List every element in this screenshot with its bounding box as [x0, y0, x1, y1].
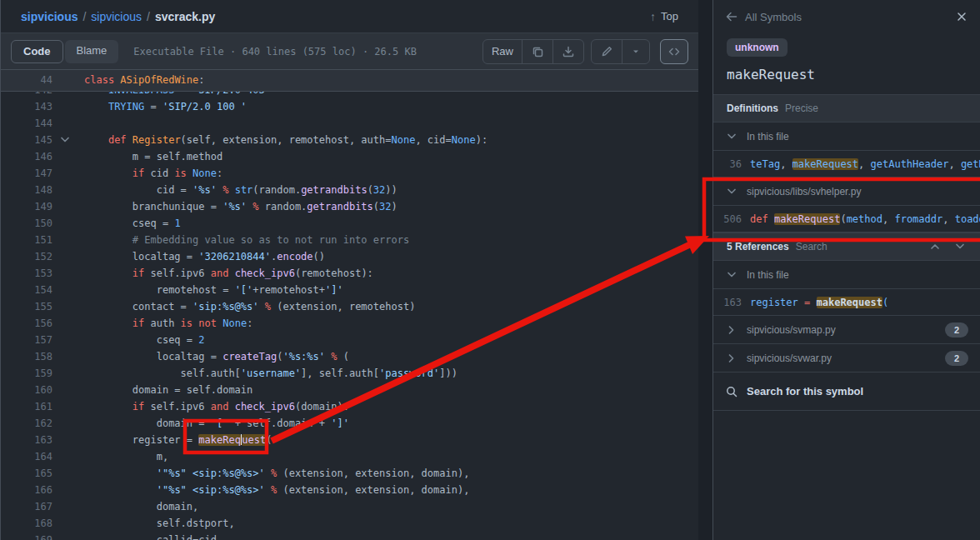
copy-button[interactable]	[522, 40, 552, 63]
download-button[interactable]	[552, 40, 583, 63]
breadcrumb-separator: /	[82, 10, 86, 23]
code-line-142[interactable]: 142 INVALIDPASS = 'SIP/2.0 403 '	[1, 92, 698, 98]
reference-item-line-163[interactable]: 163register = makeRequest(	[713, 289, 980, 316]
tab-blame[interactable]: Blame	[65, 40, 119, 63]
code-line-151[interactable]: 151 # Embedding value so as to not run i…	[1, 232, 698, 248]
line-number[interactable]: 142	[1, 92, 52, 98]
code-line-167[interactable]: 167 domain,	[1, 498, 698, 515]
code-text: contact = 'sip:%s@%s' % (extension, remo…	[78, 298, 415, 315]
tab-code[interactable]: Code	[11, 40, 63, 63]
line-number[interactable]: 165	[1, 465, 52, 482]
code-token: (extension, extension, domain),	[277, 468, 469, 479]
code-token	[798, 297, 804, 308]
code-line-143[interactable]: 143 TRYING = 'SIP/2.0 100 '	[1, 98, 698, 115]
code-line-163[interactable]: 163 register = makeRequest(	[1, 432, 698, 448]
code-token	[84, 318, 132, 329]
code-line-144[interactable]: 144	[1, 115, 698, 132]
line-number[interactable]: 159	[1, 365, 52, 382]
sticky-scope-line[interactable]: 44class ASipOfRedWine:	[1, 70, 698, 92]
reference-group-sipvicious-svwar-py[interactable]: sipvicious/svwar.py2	[713, 344, 980, 372]
code-token: contact =	[84, 301, 192, 312]
line-number[interactable]: 44	[1, 70, 52, 91]
code-line-162[interactable]: 162 domain = '[' + self.domain + ']'	[1, 415, 698, 432]
line-number[interactable]: 166	[1, 482, 52, 498]
code-line-154[interactable]: 154 remotehost = '['+remotehost+']'	[1, 282, 698, 298]
code-line-169[interactable]: 169 callid=cid	[1, 532, 698, 540]
code-line-168[interactable]: 168 self.dstport,	[1, 515, 698, 532]
code-line-156[interactable]: 156 if auth is not None:	[1, 315, 698, 332]
line-number[interactable]: 162	[1, 415, 52, 432]
line-number[interactable]: 146	[1, 148, 52, 165]
code-line-152[interactable]: 152 localtag = '3206210844'.encode()	[1, 248, 698, 265]
code-line-147[interactable]: 147 if cid is None:	[1, 165, 698, 182]
code-line-159[interactable]: 159 self.auth['username'], self.auth['pa…	[1, 365, 698, 382]
line-number[interactable]: 168	[1, 515, 52, 532]
code-token: if	[132, 401, 144, 412]
breadcrumb-folder-link[interactable]: sipvicious	[91, 10, 142, 23]
code-line-146[interactable]: 146 m = self.method	[1, 148, 698, 165]
back-to-top-button[interactable]: ↑ Top	[643, 7, 685, 27]
code-text: '"%s" <sip:%s@%s>' % (extension, extensi…	[78, 482, 469, 498]
line-number[interactable]: 149	[1, 198, 52, 215]
symbols-panel-toggle-button[interactable]	[660, 39, 688, 64]
code-token: ']'	[325, 284, 343, 296]
edit-button[interactable]	[592, 40, 622, 63]
reference-group-in-this-file[interactable]: In this file	[713, 261, 980, 289]
code-line-155[interactable]: 155 contact = 'sip:%s@%s' % (extension, …	[1, 298, 698, 315]
line-number[interactable]: 150	[1, 215, 52, 232]
definition-item-line-506[interactable]: 506def makeRequest(method, fromaddr, toa…	[713, 206, 980, 232]
definition-group-sipvicious-libs-svhelper-py[interactable]: sipvicious/libs/svhelper.py	[713, 178, 980, 206]
line-number[interactable]: 160	[1, 382, 52, 398]
breadcrumb-repo-link[interactable]: sipvicious	[21, 10, 78, 23]
definition-item-line-36[interactable]: 36teTag, makeRequest, getAuthHeader, get…	[713, 151, 980, 178]
reference-group-sipvicious-svmap-py[interactable]: sipvicious/svmap.py2	[713, 316, 980, 344]
edit-menu-button[interactable]	[622, 40, 649, 63]
code-line-161[interactable]: 161 if self.ipv6 and check_ipv6(domain):	[1, 398, 698, 415]
code-editor[interactable]: 44class ASipOfRedWine: 142 INVALIDPASS =…	[1, 70, 698, 540]
code-token: (random.	[252, 184, 301, 196]
line-number[interactable]: 164	[1, 448, 52, 465]
reference-count-badge: 2	[945, 322, 968, 338]
code-line-165[interactable]: 165 '"%s" <sip:%s@%s>' % (extension, ext…	[1, 465, 698, 482]
line-number[interactable]: 144	[1, 115, 52, 132]
line-number[interactable]: 157	[1, 332, 52, 348]
previous-reference-button[interactable]	[928, 240, 942, 253]
raw-button[interactable]: Raw	[483, 40, 522, 63]
next-reference-button[interactable]	[953, 240, 967, 253]
line-number[interactable]: 169	[1, 532, 52, 540]
line-number[interactable]: 163	[1, 432, 52, 448]
code-line-166[interactable]: 166 '"%s" <sip:%s@%s>' % (extension, ext…	[1, 482, 698, 498]
line-number[interactable]: 156	[1, 315, 52, 332]
line-number[interactable]: 147	[1, 165, 52, 182]
code-line-148[interactable]: 148 cid = '%s' % str(random.getrandbits(…	[1, 182, 698, 198]
definition-group-in-this-file[interactable]: In this file	[713, 122, 980, 151]
line-number[interactable]: 145	[1, 132, 52, 148]
gutter-spacer	[52, 115, 78, 132]
definitions-bar: Definitions Precise	[713, 94, 980, 122]
code-line-164[interactable]: 164 m,	[1, 448, 698, 465]
close-panel-button[interactable]	[955, 10, 968, 23]
search-this-symbol-button[interactable]: Search for this symbol	[713, 372, 980, 411]
line-number[interactable]: 151	[1, 232, 52, 248]
code-text: self.dstport,	[78, 515, 235, 532]
line-number[interactable]: 167	[1, 498, 52, 515]
collapse-chevron-icon[interactable]	[52, 132, 78, 148]
code-line-149[interactable]: 149 branchunique = '%s' % random.getrand…	[1, 198, 698, 215]
code-line-157[interactable]: 157 cseq = 2	[1, 332, 698, 348]
line-number[interactable]: 155	[1, 298, 52, 315]
code-line-145[interactable]: 145 def Register(self, extension, remote…	[1, 132, 698, 148]
code-line-44[interactable]: 44class ASipOfRedWine:	[1, 70, 698, 91]
code-line-160[interactable]: 160 domain = self.domain	[1, 382, 698, 398]
line-number[interactable]: 154	[1, 282, 52, 298]
line-number[interactable]: 158	[1, 348, 52, 365]
line-number[interactable]: 152	[1, 248, 52, 265]
line-number[interactable]: 153	[1, 265, 52, 282]
code-line-158[interactable]: 158 localtag = createTag('%s:%s' % (	[1, 348, 698, 365]
code-token: :	[198, 74, 204, 86]
code-line-150[interactable]: 150 cseq = 1	[1, 215, 698, 232]
line-number[interactable]: 161	[1, 398, 52, 415]
line-number[interactable]: 148	[1, 182, 52, 198]
all-symbols-back-button[interactable]: All Symbols	[725, 10, 802, 23]
line-number[interactable]: 143	[1, 98, 52, 115]
code-line-153[interactable]: 153 if self.ipv6 and check_ipv6(remoteho…	[1, 265, 698, 282]
